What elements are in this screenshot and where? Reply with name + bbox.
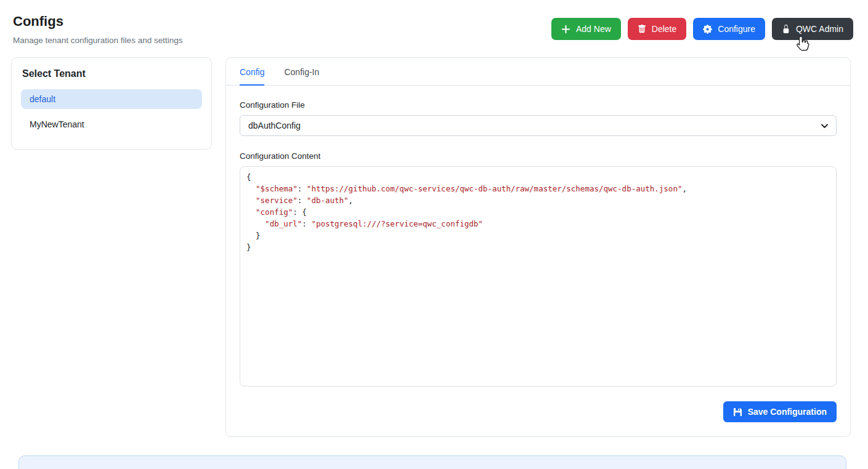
configure-button[interactable]: Configure: [693, 18, 765, 40]
tab-bar: Config Config-In: [226, 58, 850, 86]
code-line: {: [246, 171, 830, 183]
configuration-file-label: Configuration File: [240, 100, 837, 110]
save-configuration-label: Save Configuration: [748, 407, 827, 416]
save-configuration-button[interactable]: Save Configuration: [723, 401, 837, 422]
configuration-file-select[interactable]: dbAuthConfig: [240, 115, 837, 136]
delete-button[interactable]: Delete: [628, 18, 686, 40]
page-header: Configs Manage tenant configuration file…: [13, 14, 853, 45]
code-line: }: [246, 230, 830, 241]
code-line: "$schema": "https://github.com/qwc-servi…: [246, 183, 830, 194]
configuration-file-select-wrap: dbAuthConfig: [240, 115, 837, 136]
page-subtitle: Manage tenant configuration files and se…: [13, 36, 182, 45]
qwc-admin-label: QWC Admin: [796, 25, 843, 33]
config-content-editor[interactable]: { "$schema": "https://github.com/qwc-ser…: [240, 166, 837, 387]
code-line: }: [246, 241, 830, 253]
tab-config-in[interactable]: Config-In: [284, 58, 319, 86]
delete-label: Delete: [652, 25, 676, 33]
tenant-item-label: default: [30, 94, 55, 104]
tab-config-label: Config: [240, 67, 264, 77]
configure-label: Configure: [718, 25, 755, 33]
tenant-panel: Select Tenant default MyNewTenant: [11, 57, 212, 150]
lock-icon: [782, 25, 790, 33]
config-panel-body: Configuration File dbAuthConfig Configur…: [226, 86, 850, 436]
config-panel: Config Config-In Configuration File dbAu…: [225, 57, 851, 437]
tenant-item-mynewtenant[interactable]: MyNewTenant: [21, 114, 202, 134]
tenant-item-default[interactable]: default: [21, 89, 202, 109]
trash-icon: [638, 25, 646, 33]
add-new-label: Add New: [576, 25, 611, 33]
save-floppy-icon: [733, 407, 742, 417]
toolbar: Add New Delete Configure QWC Admin: [551, 18, 853, 40]
tab-config[interactable]: Config: [240, 58, 264, 86]
add-new-button[interactable]: Add New: [551, 18, 621, 40]
tenant-item-label: MyNewTenant: [30, 119, 84, 129]
code-line: "db_url": "postgresql:///?service=qwc_co…: [246, 218, 830, 230]
tenant-panel-title: Select Tenant: [22, 68, 201, 79]
gear-icon: [703, 25, 712, 34]
bottom-alert: [18, 455, 846, 469]
page-title: Configs: [13, 14, 182, 30]
page-heading-block: Configs Manage tenant configuration file…: [13, 14, 182, 45]
tab-config-in-label: Config-In: [284, 67, 319, 77]
plus-icon: [561, 25, 570, 34]
code-line: "config": {: [246, 206, 830, 218]
code-line: "service": "db-auth",: [246, 194, 830, 206]
qwc-admin-button[interactable]: QWC Admin: [772, 18, 853, 40]
save-row: Save Configuration: [240, 401, 837, 422]
content-area: Select Tenant default MyNewTenant Config…: [11, 57, 851, 437]
configuration-content-label: Configuration Content: [240, 151, 837, 161]
